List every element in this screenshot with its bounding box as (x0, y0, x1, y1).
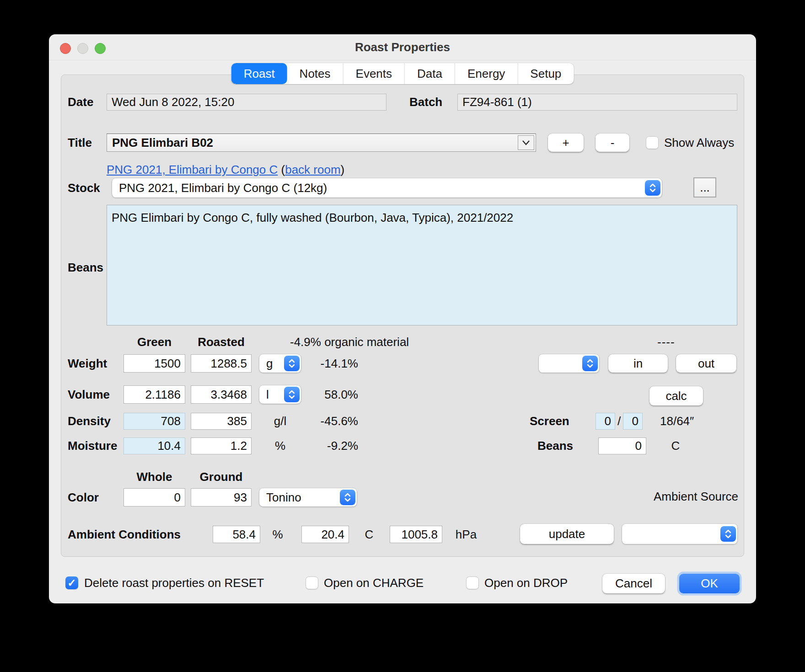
weight-percent-text: -14.1% (305, 354, 358, 373)
placeholder-dashes-text: ---- (657, 335, 675, 349)
moisture-roasted-input[interactable] (191, 437, 252, 454)
tab-energy[interactable]: Energy (455, 63, 518, 84)
titlebar-divider (49, 60, 756, 60)
volume-label: Volume (68, 385, 110, 404)
ambient-update-button[interactable]: update (520, 524, 614, 544)
green-column-header: Green (123, 335, 185, 349)
bean-temp-label: Beans (537, 437, 573, 454)
ambient-humidity-input[interactable] (213, 526, 260, 543)
select-chevrons-icon (284, 356, 300, 371)
volume-percent-text: 58.0% (305, 385, 358, 404)
density-roasted-input[interactable] (191, 413, 252, 430)
title-label: Title (68, 133, 92, 152)
color-system-select[interactable]: Tonino (259, 488, 357, 507)
cancel-button[interactable]: Cancel (602, 574, 665, 593)
open-on-drop-label: Open on DROP (484, 576, 568, 589)
date-field: Wed Jun 8 2022, 15:20 (107, 94, 386, 111)
stock-label: Stock (68, 178, 100, 197)
select-chevrons-icon (340, 490, 355, 505)
select-chevrons-icon (284, 387, 300, 402)
weight-conversion-select[interactable] (539, 354, 599, 373)
ambient-conditions-label: Ambient Conditions (68, 526, 181, 543)
weight-label: Weight (68, 354, 107, 373)
tab-events[interactable]: Events (343, 63, 405, 84)
batch-label: Batch (409, 94, 442, 111)
screen-separator: / (615, 413, 623, 430)
stock-select[interactable]: PNG 2021, Elimbari by Congo C (12kg) (112, 178, 662, 197)
combobox-dropdown-arrow-icon[interactable] (518, 135, 534, 150)
density-percent-text: -45.6% (305, 413, 358, 430)
stock-location-link[interactable]: back room (285, 163, 340, 176)
weight-green-input[interactable] (123, 354, 185, 373)
select-chevrons-icon (645, 180, 660, 196)
color-label: Color (68, 488, 99, 507)
volume-green-input[interactable] (123, 385, 185, 404)
bean-temp-unit-text: C (666, 437, 685, 454)
tab-data[interactable]: Data (405, 63, 455, 84)
stock-link-row: PNG 2021, Elimbari by Congo C (back room… (107, 162, 344, 177)
weight-out-button[interactable]: out (676, 354, 736, 373)
density-label: Density (68, 413, 111, 430)
batch-field: FZ94-861 (1) (457, 94, 737, 111)
paren-open: ( (281, 163, 285, 176)
select-chevrons-icon (582, 356, 598, 371)
roast-properties-dialog: Roast Properties Roast Notes Events Data… (49, 34, 756, 603)
calc-button[interactable]: calc (649, 386, 703, 405)
weight-roasted-input[interactable] (191, 354, 252, 373)
ambient-pressure-input[interactable] (390, 526, 442, 543)
date-label: Date (68, 94, 93, 111)
roasted-column-header: Roasted (191, 335, 252, 349)
stock-more-button[interactable]: ... (693, 177, 716, 197)
whole-column-header: Whole (123, 470, 185, 484)
tab-bar: Roast Notes Events Data Energy Setup (231, 63, 574, 84)
open-on-drop-checkbox[interactable] (466, 576, 479, 589)
moisture-percent-text: -9.2% (305, 437, 358, 454)
show-always-label: Show Always (664, 133, 734, 152)
window-title: Roast Properties (49, 40, 756, 54)
bean-temp-input[interactable] (598, 437, 646, 454)
open-on-charge-checkbox[interactable] (306, 576, 318, 589)
ambient-source-select[interactable] (622, 524, 737, 544)
open-on-charge-label: Open on CHARGE (324, 576, 424, 589)
organic-loss-text: -4.9% organic material (290, 335, 409, 349)
volume-roasted-input[interactable] (191, 385, 252, 404)
screenshot-root: { "window": { "title": "Roast Properties… (0, 0, 805, 672)
show-always-checkbox[interactable] (646, 136, 659, 149)
volume-unit-select[interactable]: l (259, 385, 301, 404)
ambient-temperature-unit: C (360, 526, 378, 543)
screen-min-input[interactable] (596, 413, 615, 430)
moisture-green-input[interactable] (123, 437, 185, 454)
ambient-humidity-unit: % (268, 526, 287, 543)
delete-on-reset-label: Delete roast properties on RESET (84, 576, 264, 589)
tab-notes[interactable]: Notes (287, 63, 343, 84)
stock-select-value: PNG 2021, Elimbari by Congo C (12kg) (112, 181, 327, 195)
color-ground-input[interactable] (191, 488, 252, 507)
moisture-label: Moisture (68, 437, 117, 454)
color-system-value: Tonino (259, 491, 301, 505)
ambient-source-label: Ambient Source (651, 490, 738, 504)
stock-link[interactable]: PNG 2021, Elimbari by Congo C (107, 163, 278, 176)
checkmark-icon: ✓ (67, 576, 76, 589)
beans-label: Beans (68, 261, 103, 274)
beans-textarea[interactable]: PNG Elimbari by Congo C, fully washed (B… (107, 205, 737, 325)
tab-roast[interactable]: Roast (231, 63, 287, 84)
remove-title-button[interactable]: - (596, 133, 629, 152)
paren-close: ) (341, 163, 345, 176)
ground-column-header: Ground (191, 470, 252, 484)
title-combobox-value: PNG Elimbari B02 (107, 136, 213, 150)
density-unit-text: g/l (259, 413, 301, 430)
add-title-button[interactable]: + (548, 133, 584, 152)
volume-unit-value: l (259, 388, 269, 402)
density-green-input[interactable] (123, 413, 185, 430)
weight-in-button[interactable]: in (608, 354, 668, 373)
ambient-pressure-unit: hPa (451, 526, 481, 543)
tab-setup[interactable]: Setup (518, 63, 574, 84)
title-combobox[interactable]: PNG Elimbari B02 (107, 133, 536, 152)
screen-size-text: 18/64″ (660, 413, 694, 430)
ok-button[interactable]: OK (679, 574, 740, 593)
color-whole-input[interactable] (123, 488, 185, 507)
ambient-temperature-input[interactable] (301, 526, 349, 543)
screen-max-input[interactable] (623, 413, 643, 430)
weight-unit-select[interactable]: g (259, 354, 301, 373)
delete-on-reset-checkbox[interactable]: ✓ (65, 576, 78, 589)
